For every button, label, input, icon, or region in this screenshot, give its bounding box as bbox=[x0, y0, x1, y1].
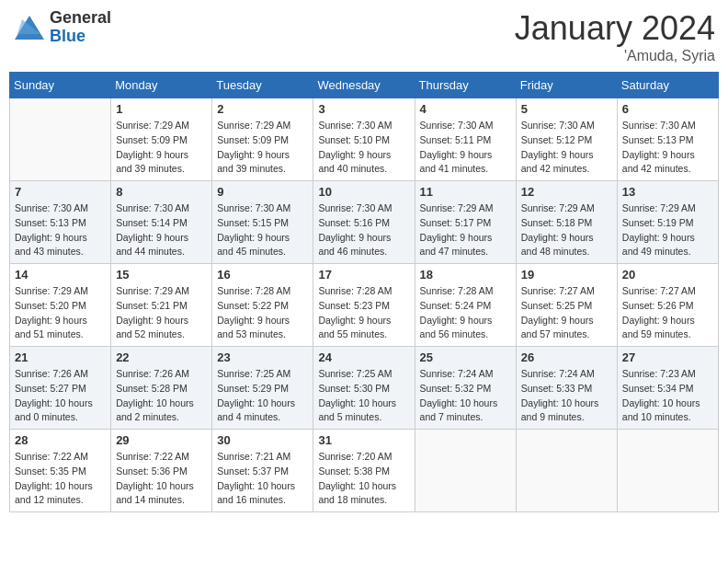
calendar-cell: 24Sunrise: 7:25 AMSunset: 5:30 PMDayligh… bbox=[313, 347, 415, 430]
day-info: Sunrise: 7:30 AMSunset: 5:16 PMDaylight:… bbox=[318, 201, 409, 259]
calendar-table: SundayMondayTuesdayWednesdayThursdayFrid… bbox=[9, 72, 719, 512]
weekday-header: Wednesday bbox=[313, 73, 415, 98]
calendar-cell: 27Sunrise: 7:23 AMSunset: 5:34 PMDayligh… bbox=[617, 347, 718, 430]
weekday-header: Sunday bbox=[10, 73, 111, 98]
calendar-cell: 8Sunrise: 7:30 AMSunset: 5:14 PMDaylight… bbox=[111, 181, 212, 264]
day-number: 31 bbox=[318, 433, 409, 447]
calendar-cell: 4Sunrise: 7:30 AMSunset: 5:11 PMDaylight… bbox=[415, 98, 516, 181]
day-info: Sunrise: 7:27 AMSunset: 5:26 PMDaylight:… bbox=[622, 284, 713, 342]
day-info: Sunrise: 7:30 AMSunset: 5:14 PMDaylight:… bbox=[116, 201, 207, 259]
day-number: 21 bbox=[15, 350, 106, 364]
day-info: Sunrise: 7:29 AMSunset: 5:21 PMDaylight:… bbox=[116, 284, 207, 342]
day-number: 28 bbox=[15, 433, 106, 447]
day-info: Sunrise: 7:30 AMSunset: 5:11 PMDaylight:… bbox=[420, 119, 511, 177]
calendar-cell: 2Sunrise: 7:29 AMSunset: 5:09 PMDaylight… bbox=[212, 98, 313, 181]
calendar-cell: 10Sunrise: 7:30 AMSunset: 5:16 PMDayligh… bbox=[313, 181, 415, 264]
calendar-cell bbox=[516, 430, 617, 512]
day-number: 9 bbox=[217, 185, 308, 199]
day-info: Sunrise: 7:25 AMSunset: 5:30 PMDaylight:… bbox=[318, 367, 409, 425]
day-info: Sunrise: 7:30 AMSunset: 5:13 PMDaylight:… bbox=[622, 119, 713, 177]
calendar-cell: 20Sunrise: 7:27 AMSunset: 5:26 PMDayligh… bbox=[617, 264, 718, 347]
page-header: General Blue January 2024 'Amuda, Syria bbox=[9, 9, 719, 64]
calendar-cell: 12Sunrise: 7:29 AMSunset: 5:18 PMDayligh… bbox=[516, 181, 617, 264]
calendar-week-row: 28Sunrise: 7:22 AMSunset: 5:35 PMDayligh… bbox=[10, 430, 719, 512]
day-number: 4 bbox=[420, 102, 511, 116]
calendar-cell: 11Sunrise: 7:29 AMSunset: 5:17 PMDayligh… bbox=[415, 181, 516, 264]
logo-icon bbox=[13, 14, 46, 41]
day-info: Sunrise: 7:29 AMSunset: 5:18 PMDaylight:… bbox=[521, 201, 612, 259]
day-info: Sunrise: 7:24 AMSunset: 5:32 PMDaylight:… bbox=[420, 367, 511, 425]
calendar-cell: 3Sunrise: 7:30 AMSunset: 5:10 PMDaylight… bbox=[313, 98, 415, 181]
calendar-cell: 7Sunrise: 7:30 AMSunset: 5:13 PMDaylight… bbox=[10, 181, 111, 264]
day-number: 17 bbox=[318, 268, 409, 282]
day-info: Sunrise: 7:29 AMSunset: 5:20 PMDaylight:… bbox=[15, 284, 106, 342]
logo-text: General Blue bbox=[50, 9, 111, 46]
weekday-header: Friday bbox=[516, 73, 617, 98]
day-info: Sunrise: 7:29 AMSunset: 5:09 PMDaylight:… bbox=[116, 119, 207, 177]
day-info: Sunrise: 7:30 AMSunset: 5:10 PMDaylight:… bbox=[318, 119, 409, 177]
weekday-header: Tuesday bbox=[212, 73, 313, 98]
day-info: Sunrise: 7:28 AMSunset: 5:23 PMDaylight:… bbox=[318, 284, 409, 342]
weekday-header: Thursday bbox=[415, 73, 516, 98]
day-number: 27 bbox=[622, 350, 713, 364]
calendar-cell: 26Sunrise: 7:24 AMSunset: 5:33 PMDayligh… bbox=[516, 347, 617, 430]
calendar-cell: 23Sunrise: 7:25 AMSunset: 5:29 PMDayligh… bbox=[212, 347, 313, 430]
calendar-cell: 25Sunrise: 7:24 AMSunset: 5:32 PMDayligh… bbox=[415, 347, 516, 430]
day-number: 25 bbox=[420, 350, 511, 364]
day-number: 11 bbox=[420, 185, 511, 199]
day-number: 14 bbox=[15, 268, 106, 282]
calendar-cell: 28Sunrise: 7:22 AMSunset: 5:35 PMDayligh… bbox=[10, 430, 111, 512]
day-info: Sunrise: 7:23 AMSunset: 5:34 PMDaylight:… bbox=[622, 367, 713, 425]
month-title: January 2024 bbox=[515, 9, 715, 48]
day-number: 3 bbox=[318, 102, 409, 116]
calendar-week-row: 7Sunrise: 7:30 AMSunset: 5:13 PMDaylight… bbox=[10, 181, 719, 264]
day-info: Sunrise: 7:24 AMSunset: 5:33 PMDaylight:… bbox=[521, 367, 612, 425]
logo: General Blue bbox=[13, 9, 111, 46]
day-info: Sunrise: 7:30 AMSunset: 5:12 PMDaylight:… bbox=[521, 119, 612, 177]
day-info: Sunrise: 7:29 AMSunset: 5:19 PMDaylight:… bbox=[622, 201, 713, 259]
calendar-cell: 17Sunrise: 7:28 AMSunset: 5:23 PMDayligh… bbox=[313, 264, 415, 347]
day-info: Sunrise: 7:20 AMSunset: 5:38 PMDaylight:… bbox=[318, 450, 409, 508]
day-number: 22 bbox=[116, 350, 207, 364]
calendar-cell: 30Sunrise: 7:21 AMSunset: 5:37 PMDayligh… bbox=[212, 430, 313, 512]
day-number: 30 bbox=[217, 433, 308, 447]
day-number: 15 bbox=[116, 268, 207, 282]
day-info: Sunrise: 7:25 AMSunset: 5:29 PMDaylight:… bbox=[217, 367, 308, 425]
day-number: 19 bbox=[521, 268, 612, 282]
day-info: Sunrise: 7:30 AMSunset: 5:15 PMDaylight:… bbox=[217, 201, 308, 259]
day-number: 13 bbox=[622, 185, 713, 199]
day-info: Sunrise: 7:26 AMSunset: 5:27 PMDaylight:… bbox=[15, 367, 106, 425]
day-number: 6 bbox=[622, 102, 713, 116]
calendar-cell: 6Sunrise: 7:30 AMSunset: 5:13 PMDaylight… bbox=[617, 98, 718, 181]
calendar-week-row: 1Sunrise: 7:29 AMSunset: 5:09 PMDaylight… bbox=[10, 98, 719, 181]
calendar-cell: 1Sunrise: 7:29 AMSunset: 5:09 PMDaylight… bbox=[111, 98, 212, 181]
calendar-cell: 14Sunrise: 7:29 AMSunset: 5:20 PMDayligh… bbox=[10, 264, 111, 347]
day-number: 24 bbox=[318, 350, 409, 364]
weekday-header: Saturday bbox=[617, 73, 718, 98]
day-info: Sunrise: 7:28 AMSunset: 5:24 PMDaylight:… bbox=[420, 284, 511, 342]
calendar-cell: 5Sunrise: 7:30 AMSunset: 5:12 PMDaylight… bbox=[516, 98, 617, 181]
day-number: 23 bbox=[217, 350, 308, 364]
logo-blue: Blue bbox=[50, 27, 85, 45]
weekday-header-row: SundayMondayTuesdayWednesdayThursdayFrid… bbox=[10, 73, 719, 98]
day-info: Sunrise: 7:26 AMSunset: 5:28 PMDaylight:… bbox=[116, 367, 207, 425]
weekday-header: Monday bbox=[111, 73, 212, 98]
calendar-cell: 18Sunrise: 7:28 AMSunset: 5:24 PMDayligh… bbox=[415, 264, 516, 347]
calendar-week-row: 21Sunrise: 7:26 AMSunset: 5:27 PMDayligh… bbox=[10, 347, 719, 430]
calendar-cell bbox=[415, 430, 516, 512]
day-number: 7 bbox=[15, 185, 106, 199]
calendar-cell: 9Sunrise: 7:30 AMSunset: 5:15 PMDaylight… bbox=[212, 181, 313, 264]
day-number: 5 bbox=[521, 102, 612, 116]
day-number: 12 bbox=[521, 185, 612, 199]
calendar-cell: 16Sunrise: 7:28 AMSunset: 5:22 PMDayligh… bbox=[212, 264, 313, 347]
day-info: Sunrise: 7:28 AMSunset: 5:22 PMDaylight:… bbox=[217, 284, 308, 342]
day-number: 18 bbox=[420, 268, 511, 282]
calendar-cell: 31Sunrise: 7:20 AMSunset: 5:38 PMDayligh… bbox=[313, 430, 415, 512]
day-number: 8 bbox=[116, 185, 207, 199]
day-number: 26 bbox=[521, 350, 612, 364]
day-info: Sunrise: 7:22 AMSunset: 5:35 PMDaylight:… bbox=[15, 450, 106, 508]
day-number: 29 bbox=[116, 433, 207, 447]
title-block: January 2024 'Amuda, Syria bbox=[515, 9, 715, 64]
location: 'Amuda, Syria bbox=[515, 48, 715, 64]
day-number: 2 bbox=[217, 102, 308, 116]
